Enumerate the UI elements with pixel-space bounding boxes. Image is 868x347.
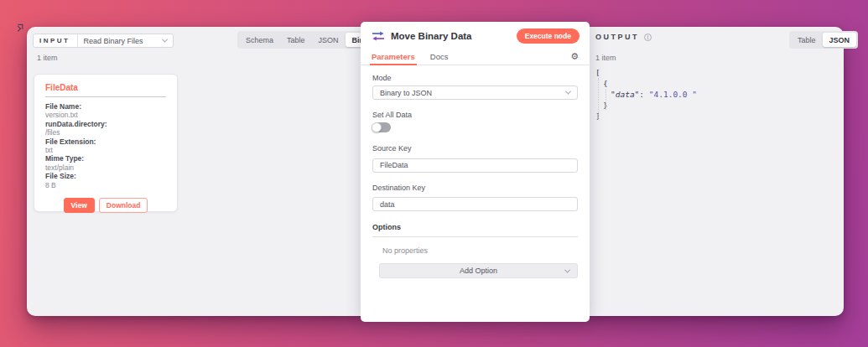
json-line: { (595, 78, 697, 89)
input-source-value: Read Binary Files (78, 37, 164, 45)
panel-collapse-icon[interactable] (16, 30, 24, 39)
output-header: OUTPUT i (595, 33, 652, 41)
indent-guide (606, 89, 606, 110)
field-value: txt (45, 146, 166, 154)
chevron-down-icon (564, 267, 570, 273)
chevron-down-icon (565, 89, 571, 95)
input-panel-label: INPUT (34, 37, 77, 44)
input-source-select[interactable]: INPUT Read Binary Files (33, 34, 174, 48)
gear-icon[interactable]: ⚙ (570, 51, 579, 62)
divider (372, 236, 578, 237)
tab-output-table[interactable]: Table (791, 33, 823, 47)
divider (45, 96, 166, 97)
set-all-data-toggle[interactable] (372, 122, 391, 132)
destination-key-input[interactable] (372, 197, 578, 211)
field-value: 8 B (45, 181, 166, 189)
field-label: File Extension: (45, 137, 166, 146)
output-json-viewer: [ { "data": "4.1.0.0 " } ] (595, 67, 697, 122)
destination-key-label: Destination Key (372, 184, 578, 192)
input-item-count: 1 item (37, 54, 58, 62)
json-key: "data" (611, 90, 639, 99)
output-panel-label: OUTPUT (595, 33, 639, 41)
source-key-input[interactable] (372, 158, 578, 173)
field-value: version.txt (45, 111, 166, 119)
node-parameters-form: Mode Binary to JSON Set All Data Source … (361, 65, 590, 278)
binary-key-title: FileData (45, 83, 166, 92)
json-separator: : (639, 90, 648, 99)
json-line: "data": "4.1.0.0 " (595, 89, 697, 100)
swap-arrows-icon (372, 31, 385, 41)
tab-schema[interactable]: Schema (239, 33, 280, 47)
tab-docs[interactable]: Docs (430, 48, 449, 65)
info-icon[interactable]: i (644, 34, 652, 41)
chevron-down-icon (162, 37, 168, 43)
node-settings-panel: Move Binary Data Execute node Parameters… (361, 22, 590, 322)
mode-select[interactable]: Binary to JSON (372, 85, 578, 100)
field-value: /files (45, 128, 166, 137)
add-option-button[interactable]: Add Option (379, 263, 578, 278)
json-line: } (595, 100, 697, 111)
execute-node-button[interactable]: Execute node (517, 28, 580, 44)
tab-json[interactable]: JSON (312, 33, 346, 47)
binary-file-card: FileData File Name: version.txt runData.… (34, 74, 178, 212)
view-button[interactable]: View (64, 198, 95, 213)
download-button[interactable]: Download (99, 198, 148, 213)
field-label: File Size: (45, 172, 166, 180)
tab-table[interactable]: Table (280, 33, 312, 47)
source-key-label: Source Key (372, 144, 578, 153)
field-label: File Name: (45, 102, 166, 111)
field-value: text/plain (45, 163, 166, 172)
options-empty-text: No properties (382, 246, 578, 255)
field-label: Mime Type: (45, 154, 166, 163)
json-value: "4.1.0.0 " (649, 90, 697, 99)
node-title: Move Binary Data (391, 31, 511, 41)
set-all-data-label: Set All Data (372, 111, 578, 119)
output-view-tabs: Table JSON (789, 31, 858, 49)
add-option-label: Add Option (460, 267, 497, 275)
toggle-knob (372, 122, 382, 132)
options-section-header: Options (372, 223, 578, 231)
mode-label: Mode (372, 74, 578, 82)
node-tabs: Parameters Docs ⚙ (361, 48, 590, 65)
tab-parameters[interactable]: Parameters (372, 48, 415, 65)
json-line: [ (595, 67, 697, 78)
node-header: Move Binary Data Execute node (361, 22, 590, 48)
tab-output-json[interactable]: JSON (823, 33, 857, 47)
output-item-count: 1 item (595, 54, 616, 62)
field-label: runData.directory: (45, 120, 166, 128)
json-line: ] (595, 111, 697, 122)
indent-guide (598, 78, 599, 120)
mode-value: Binary to JSON (380, 89, 432, 97)
